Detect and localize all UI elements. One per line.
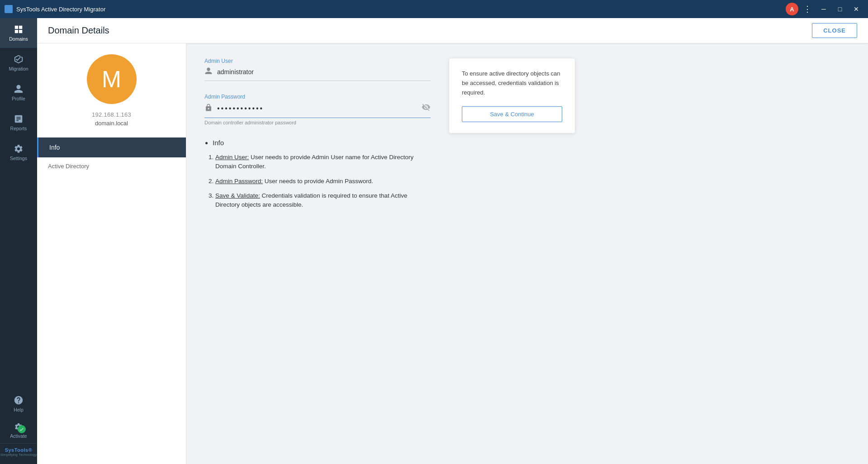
settings-icon (14, 144, 24, 154)
sidebar-item-migration-label: Migration (9, 66, 28, 71)
activate-check-icon (18, 425, 26, 433)
nav-item-active-directory[interactable]: Active Directory (37, 157, 186, 175)
user-avatar-title[interactable]: A (786, 3, 798, 15)
lock-field-icon (204, 104, 213, 114)
sidebar-item-settings-label: Settings (10, 156, 27, 161)
menu-button[interactable]: ⋮ (800, 3, 815, 15)
sidebar: Domains Migration Profile Reports Settin (0, 18, 37, 464)
info-item-1: Admin User: User needs to provide Admin … (215, 153, 431, 171)
info-item-3: Save & Validate: Credentials validation … (215, 191, 431, 210)
admin-password-label: Admin Password (204, 94, 431, 100)
info-item-2-label: Admin Password: (215, 178, 263, 185)
profile-icon (14, 84, 24, 94)
form-section: Admin User administrator Admin (204, 58, 431, 450)
info-item-2: Admin Password: User needs to provide Ad… (215, 177, 431, 186)
window-controls: A ⋮ ─ □ ✕ (786, 3, 863, 15)
info-item-2-text: User needs to provide Admin Password. (263, 178, 373, 185)
password-hint: Domain controller administrator password (204, 120, 296, 125)
info-title: Info (213, 139, 431, 147)
right-content: Admin User administrator Admin (186, 43, 868, 464)
admin-user-field-group: Admin User administrator (204, 58, 431, 81)
sidebar-help-label: Help (14, 407, 24, 412)
sidebar-item-reports-label: Reports (10, 126, 27, 131)
title-bar-left: SysTools Active Directory Migrator (5, 5, 105, 13)
migration-icon (14, 54, 24, 64)
app-icon (5, 5, 13, 13)
systools-logo-text: SysTools® (5, 447, 33, 453)
admin-user-value: administrator (217, 68, 431, 76)
tooltip-text: To ensure active directory objects can b… (462, 69, 562, 97)
app-title: SysTools Active Directory Migrator (16, 6, 105, 13)
activate-icon-wrap (14, 422, 23, 432)
nav-item-info[interactable]: Info (37, 137, 186, 157)
sidebar-item-profile[interactable]: Profile (0, 78, 37, 108)
main-content: M 192.168.1.163 domain.local Info Active… (37, 43, 868, 464)
title-bar: SysTools Active Directory Migrator A ⋮ ─… (0, 0, 868, 18)
window-close-button[interactable]: ✕ (849, 3, 863, 15)
close-button[interactable]: CLOSE (812, 23, 857, 38)
sidebar-help[interactable]: Help (0, 390, 37, 418)
sidebar-item-settings[interactable]: Settings (0, 137, 37, 167)
sidebar-item-reports[interactable]: Reports (0, 108, 37, 137)
sidebar-bottom: Help Activate (0, 390, 37, 464)
maximize-button[interactable]: □ (833, 3, 847, 15)
admin-user-label: Admin User (204, 58, 431, 64)
domain-ip: 192.168.1.163 (92, 111, 131, 118)
domain-name: domain.local (95, 120, 128, 127)
tooltip-card: To ensure active directory objects can b… (449, 58, 575, 133)
page-header: Domain Details CLOSE (37, 18, 868, 43)
sidebar-item-profile-label: Profile (12, 96, 25, 101)
sidebar-item-domains-label: Domains (9, 36, 28, 42)
info-item-3-label: Save & Validate: (215, 192, 260, 199)
reports-icon (14, 114, 24, 124)
help-icon (14, 395, 24, 405)
domains-icon (14, 24, 24, 34)
info-section: Info Admin User: User needs to provide A… (204, 139, 431, 209)
systools-tagline: Simplifying Technology (0, 453, 37, 457)
admin-password-field-group: Admin Password (204, 94, 431, 126)
sidebar-item-domains[interactable]: Domains (0, 18, 37, 48)
sidebar-item-migration[interactable]: Migration (0, 48, 37, 78)
info-item-1-label: Admin User: (215, 154, 249, 161)
info-list: Admin User: User needs to provide Admin … (204, 153, 431, 209)
save-continue-button[interactable]: Save & Continue (462, 106, 562, 122)
sidebar-activate-label: Activate (10, 433, 27, 439)
domain-avatar: M (87, 54, 137, 104)
left-panel: M 192.168.1.163 domain.local Info Active… (37, 43, 186, 464)
sidebar-activate[interactable]: Activate (0, 418, 37, 443)
toggle-password-button[interactable] (422, 103, 431, 114)
app-container: Domains Migration Profile Reports Settin (0, 18, 868, 464)
nav-menu: Info Active Directory (37, 137, 186, 175)
page-title: Domain Details (48, 25, 109, 36)
systools-logo: SysTools® Simplifying Technology (0, 443, 37, 460)
minimize-button[interactable]: ─ (816, 3, 831, 15)
admin-password-input[interactable] (217, 104, 417, 113)
content-area: Domain Details CLOSE M 192.168.1.163 dom… (37, 18, 868, 464)
admin-password-row (204, 103, 431, 118)
user-field-icon (204, 67, 213, 77)
admin-user-row: administrator (204, 67, 431, 81)
